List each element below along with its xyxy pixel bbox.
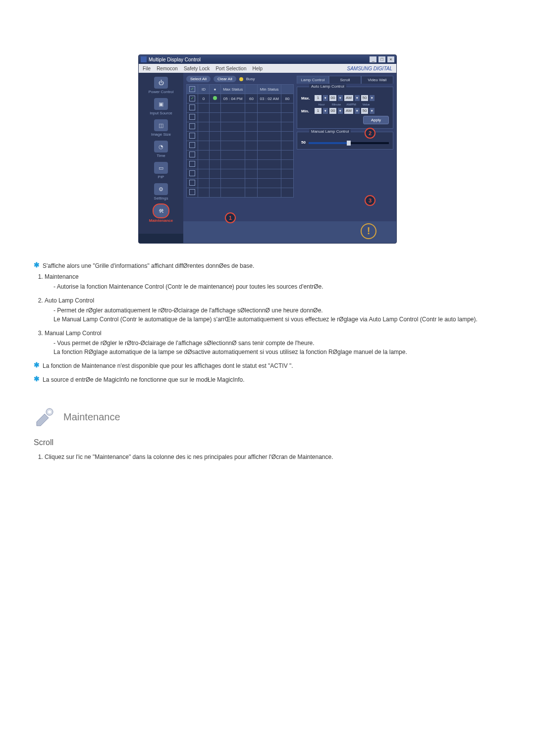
select-all-button[interactable]: Select All — [186, 76, 211, 82]
power-icon: ⏻ — [154, 77, 168, 89]
close-button[interactable]: × — [387, 56, 394, 62]
tab-lamp-control[interactable]: Lamp Control — [297, 76, 329, 84]
menu-bar: File Remocon Safety Lock Port Selection … — [139, 64, 396, 73]
pip-icon: ▭ — [154, 162, 168, 174]
scroll-steps: Cliquez sur l'ic ne "Maintenance" dans l… — [34, 453, 501, 461]
table-row[interactable] — [187, 122, 294, 132]
feature-list: Maintenance Autorise la fonction Mainten… — [34, 272, 501, 356]
col-max: Max Status — [221, 85, 245, 94]
sidebar-item-label: Time — [157, 153, 165, 158]
star-icon: ✱ — [34, 261, 40, 268]
manual-lamp-panel: Manual Lamp Control 50 — [297, 132, 393, 150]
table-row[interactable] — [187, 141, 294, 151]
sidebar-item-power[interactable]: ⏻ Power Control — [144, 76, 178, 95]
sidebar-item-pip[interactable]: ▭ PIP — [144, 161, 178, 180]
min-label: Min. — [301, 109, 313, 113]
dropdown-icon[interactable]: ▾ — [323, 95, 328, 101]
sidebar-item-label: Maintenance — [149, 218, 173, 223]
sidebar-item-settings[interactable]: ⚙ Settings — [144, 182, 178, 202]
item1-title: Maintenance — [45, 273, 79, 280]
max-ampm-input[interactable]: AM — [344, 95, 353, 101]
sidebar-item-label: Settings — [154, 196, 168, 201]
main-pane: Select All Clear All Busy ID ● Max Statu… — [183, 73, 396, 234]
sidebar-item-label: PIP — [158, 175, 164, 179]
sidebar-item-maintenance[interactable]: 🛠 Maintenance — [144, 203, 178, 224]
brand-label: SAMSUNG DIGITAL — [347, 66, 393, 71]
callout-2: 2 — [365, 128, 375, 139]
table-row[interactable] — [187, 160, 294, 169]
table-row[interactable] — [187, 179, 294, 188]
tab-video-wall[interactable]: Video Wall — [361, 76, 393, 84]
hour-sublabel: Hour — [315, 103, 328, 106]
apply-button[interactable]: Apply — [363, 116, 389, 124]
dropdown-icon[interactable]: ▾ — [338, 108, 343, 114]
dropdown-icon[interactable]: ▾ — [370, 108, 374, 114]
sidebar-item-input[interactable]: ▣ Input Source — [144, 97, 178, 116]
maximize-button[interactable]: □ — [378, 56, 385, 62]
dropdown-icon[interactable]: ▾ — [355, 108, 360, 114]
col-id: ID — [198, 85, 210, 94]
title-bar: Multiple Display Control _ □ × — [139, 55, 396, 64]
dropdown-icon[interactable]: ▾ — [355, 95, 360, 101]
max-hour-input[interactable]: 1 — [315, 95, 321, 101]
callout-1: 1 — [225, 212, 236, 223]
col-status: ● — [210, 85, 221, 94]
app-icon — [141, 56, 147, 62]
table-row[interactable] — [187, 169, 294, 179]
min-hour-input[interactable]: 1 — [315, 108, 321, 114]
max-value-input[interactable]: 50 — [361, 95, 368, 101]
magicinfo-note: La source d entrØe de MagicInfo ne fonct… — [43, 375, 245, 384]
table-row[interactable] — [187, 132, 294, 141]
table-row[interactable] — [187, 113, 294, 122]
sidebar-item-time[interactable]: ◔ Time — [144, 140, 178, 159]
item2-desc: Permet de rØgler automatiquement le rØtr… — [54, 306, 501, 324]
min-minute-input[interactable]: 00 — [329, 108, 336, 114]
manual-lamp-legend: Manual Lamp Control — [309, 129, 351, 134]
maintenance-icon: 🛠 — [154, 204, 168, 217]
max-minute-input[interactable]: 00 — [329, 95, 336, 101]
menu-help[interactable]: Help — [252, 66, 263, 71]
menu-port-selection[interactable]: Port Selection — [215, 66, 246, 71]
window-buttons: _ □ × — [369, 56, 394, 62]
table-row[interactable] — [187, 103, 294, 113]
table-row[interactable] — [187, 151, 294, 160]
info-grid: ID ● Max Status Min Status 005 : 04 PM60… — [186, 84, 294, 198]
item1-desc: Autorise la fonction Maintenance Control… — [54, 282, 501, 291]
section-heading: Maintenance — [34, 407, 501, 427]
clear-all-button[interactable]: Clear All — [214, 76, 236, 82]
min-value-input[interactable]: 50 — [361, 108, 368, 114]
star-icon: ✱ — [34, 375, 40, 382]
minimize-button[interactable]: _ — [370, 56, 376, 62]
dropdown-icon[interactable]: ▾ — [323, 108, 328, 114]
item3-desc: Vous permet de rØgler le rØtro-Øclairage… — [54, 339, 501, 356]
sidebar-item-imagesize[interactable]: ◫ Image Size — [144, 118, 178, 138]
info-grid-note: S'affiche alors une "Grille d'informatio… — [43, 261, 254, 270]
time-icon: ◔ — [154, 141, 168, 152]
slider-thumb-icon[interactable] — [347, 141, 351, 146]
menu-remocon[interactable]: Remocon — [157, 66, 178, 71]
menu-safety-lock[interactable]: Safety Lock — [184, 66, 210, 71]
callout-3: 3 — [365, 195, 375, 206]
item2-title: Auto Lamp Control — [45, 297, 94, 304]
table-row[interactable] — [187, 188, 294, 198]
input-icon: ▣ — [154, 98, 168, 110]
manual-slider[interactable] — [309, 142, 389, 144]
imagesize-icon: ◫ — [154, 119, 168, 131]
busy-label: Busy — [246, 77, 255, 81]
dropdown-icon[interactable]: ▾ — [338, 95, 343, 101]
min-ampm-input[interactable]: AM — [344, 108, 353, 114]
sidebar-item-label: Power Control — [149, 90, 174, 94]
table-row[interactable]: 005 : 04 PM6003 : 02 AM80 — [187, 94, 294, 103]
col-check[interactable] — [187, 85, 198, 94]
right-panel: Lamp Control Scroll Video Wall Auto Lamp… — [297, 76, 393, 231]
scroll-step-1: Cliquez sur l'ic ne "Maintenance" dans l… — [45, 453, 501, 461]
menu-file[interactable]: File — [143, 66, 151, 71]
value-sublabel: Value — [360, 103, 373, 106]
busy-indicator-icon — [239, 77, 243, 81]
section-title: Maintenance — [63, 409, 120, 424]
star-icon: ✱ — [34, 361, 40, 368]
max-label: Max. — [301, 96, 313, 101]
dropdown-icon[interactable]: ▾ — [370, 95, 374, 101]
tab-scroll[interactable]: Scroll — [329, 76, 361, 84]
svg-point-1 — [48, 410, 51, 413]
